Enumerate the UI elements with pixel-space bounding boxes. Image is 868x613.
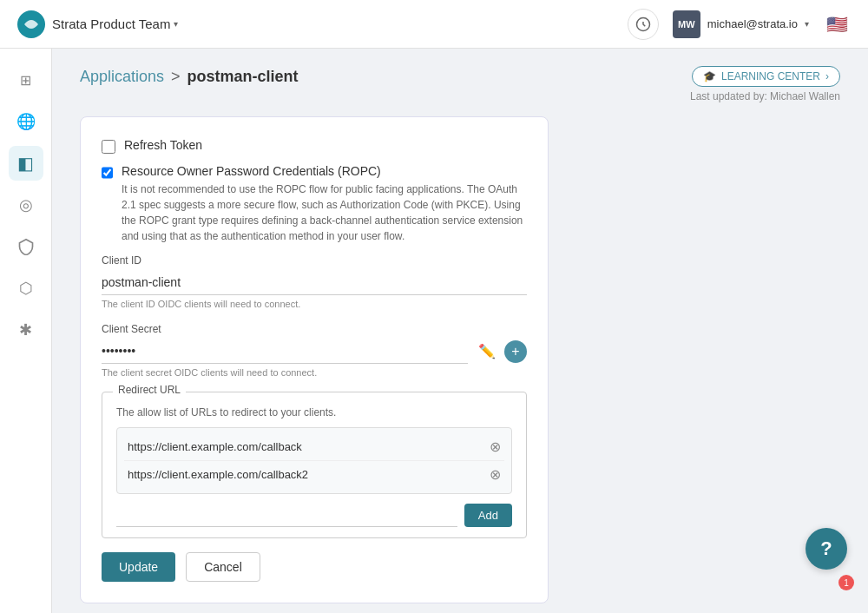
sidebar-item-layers[interactable]: ◧ <box>9 146 43 181</box>
sidebar-item-globe[interactable]: 🌐 <box>9 104 43 139</box>
graduation-icon: 🎓 <box>703 70 716 82</box>
users-icon: ◎ <box>19 195 33 214</box>
org-selector[interactable]: Strata Product Team ▾ <box>52 16 178 31</box>
help-badge: 1 <box>838 575 854 590</box>
client-id-hint: The client ID OIDC clients will need to … <box>102 299 527 309</box>
sidebar-item-shield[interactable] <box>9 229 43 264</box>
main-content: Applications > postman-client 🎓 LEARNING… <box>52 49 868 613</box>
logo-icon <box>17 10 45 38</box>
top-nav-left: Strata Product Team ▾ <box>17 10 178 38</box>
sidebar-item-users[interactable]: ◎ <box>9 188 43 222</box>
client-secret-input[interactable] <box>102 339 468 364</box>
redirect-url-desc: The allow list of URLs to redirect to yo… <box>116 406 512 419</box>
client-id-input[interactable] <box>102 270 527 295</box>
user-menu[interactable]: MW michael@strata.io ▾ <box>673 10 809 38</box>
add-url-input[interactable] <box>116 503 457 527</box>
settings-icon: ✱ <box>19 320 32 339</box>
help-button[interactable]: ? <box>806 528 847 570</box>
refresh-token-checkbox[interactable] <box>102 140 115 154</box>
ropc-label[interactable]: Resource Owner Password Credentials (ROP… <box>122 164 381 178</box>
edit-secret-button[interactable]: ✏️ <box>475 339 499 364</box>
breadcrumb: Applications > postman-client <box>80 68 299 86</box>
update-button[interactable]: Update <box>102 552 175 582</box>
cancel-button[interactable]: Cancel <box>186 552 260 582</box>
plus-icon: + <box>511 344 519 359</box>
add-url-row: Add <box>116 503 512 527</box>
top-nav-right: MW michael@strata.io ▾ 🇺🇸 <box>628 9 851 40</box>
add-secret-button[interactable]: + <box>504 340 527 363</box>
user-avatar: MW <box>673 10 700 38</box>
language-flag[interactable]: 🇺🇸 <box>823 10 851 38</box>
shield-icon <box>17 238 35 255</box>
sidebar-item-settings[interactable]: ✱ <box>9 313 43 347</box>
ropc-row: Resource Owner Password Credentials (ROP… <box>102 164 527 244</box>
url-text-1: https://client.example.com/callback <box>128 440 302 453</box>
client-secret-hint: The client secret OIDC clients will need… <box>102 367 527 378</box>
user-email-label: michael@strata.io <box>707 17 798 30</box>
last-updated-text: Last updated by: Michael Wallen <box>80 90 840 102</box>
learning-center-button[interactable]: 🎓 LEARNING CENTER › <box>692 66 840 87</box>
breadcrumb-current: postman-client <box>187 68 299 86</box>
home-icon: ⊞ <box>20 72 31 89</box>
learning-center-chevron: › <box>825 70 829 82</box>
ropc-content: Resource Owner Password Credentials (ROP… <box>122 164 527 244</box>
layers-icon: ◧ <box>17 153 34 174</box>
gem-icon: ⬡ <box>19 279 33 298</box>
url-item-1: https://client.example.com/callback ⊗ <box>124 433 504 461</box>
url-text-2: https://client.example.com/callback2 <box>128 468 308 481</box>
ropc-description: It is not recommended to use the ROPC fl… <box>122 181 527 244</box>
sidebar-item-gem[interactable]: ⬡ <box>9 271 43 306</box>
question-icon: ? <box>820 537 832 560</box>
ropc-checkbox[interactable] <box>102 166 113 180</box>
notification-icon-btn[interactable] <box>628 9 659 40</box>
globe-icon: 🌐 <box>16 112 36 131</box>
secret-row: ✏️ + <box>102 339 527 364</box>
refresh-token-label[interactable]: Refresh Token <box>124 138 202 152</box>
client-secret-label: Client Secret <box>102 323 527 335</box>
breadcrumb-row: Applications > postman-client 🎓 LEARNING… <box>80 66 840 87</box>
breadcrumb-separator: > <box>171 68 181 86</box>
action-row: Update Cancel <box>102 552 527 582</box>
top-nav: Strata Product Team ▾ MW michael@strata.… <box>0 0 868 49</box>
refresh-token-row: Refresh Token <box>102 138 527 154</box>
remove-url-2-button[interactable]: ⊗ <box>490 466 501 483</box>
breadcrumb-applications-link[interactable]: Applications <box>80 68 164 86</box>
sidebar: ⊞ 🌐 ◧ ◎ ⬡ ✱ <box>0 49 52 613</box>
secret-actions: ✏️ + <box>475 339 527 364</box>
pencil-icon: ✏️ <box>478 343 496 359</box>
redirect-url-legend: Redirect URL <box>113 384 186 396</box>
client-secret-group: Client Secret ✏️ + The client secret OID… <box>102 323 527 378</box>
client-id-group: Client ID The client ID OIDC clients wil… <box>102 254 527 309</box>
learning-center-label: LEARNING CENTER <box>721 70 820 82</box>
client-id-label: Client ID <box>102 254 527 267</box>
url-item-2: https://client.example.com/callback2 ⊗ <box>124 461 504 488</box>
url-list: https://client.example.com/callback ⊗ ht… <box>116 427 512 494</box>
org-name-label: Strata Product Team <box>52 16 170 31</box>
redirect-url-section: Redirect URL The allow list of URLs to r… <box>102 392 527 538</box>
user-chevron-icon: ▾ <box>805 19 809 29</box>
org-chevron-icon: ▾ <box>174 19 178 29</box>
add-url-button[interactable]: Add <box>464 504 512 527</box>
sidebar-item-home[interactable]: ⊞ <box>9 63 43 97</box>
settings-card: Refresh Token Resource Owner Password Cr… <box>80 116 549 603</box>
remove-url-1-button[interactable]: ⊗ <box>490 438 501 455</box>
